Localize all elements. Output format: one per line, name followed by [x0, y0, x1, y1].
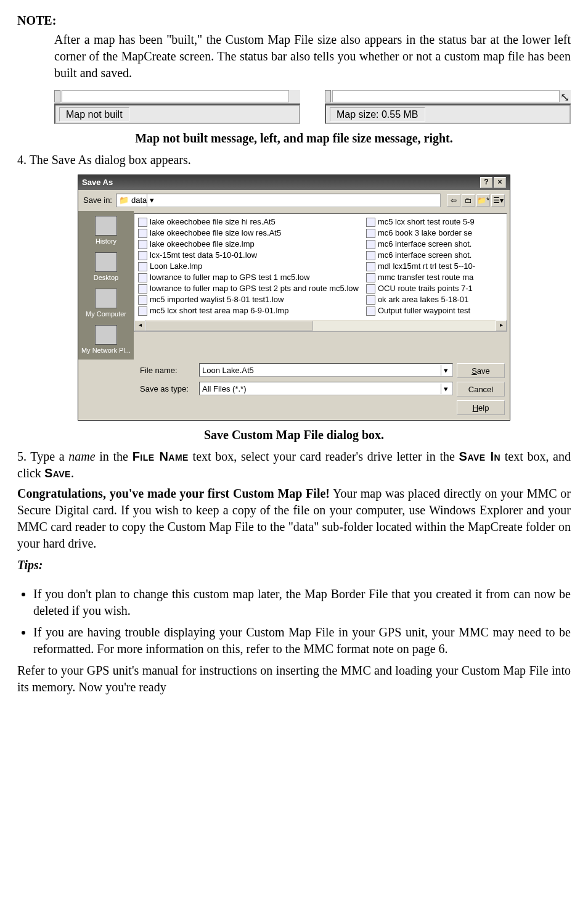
statusbar-top-left	[54, 90, 300, 104]
list-item[interactable]: OCU route trails points 7-1	[366, 283, 475, 294]
places-bar: History Desktop My Computer My Network P…	[78, 211, 134, 360]
list-item[interactable]: lcx-15mt test data 5-10-01.low	[138, 250, 359, 261]
file-icon	[138, 251, 147, 260]
save-in-label: Save in:	[83, 195, 112, 206]
horizontal-scrollbar[interactable]: ◂ ▸	[134, 320, 507, 331]
list-item[interactable]: ok ark area lakes 5-18-01	[366, 294, 475, 305]
list-item[interactable]: mmc transfer test route ma	[366, 272, 475, 283]
folder-icon: 📁	[119, 195, 129, 206]
file-icon	[366, 273, 375, 282]
statusbar-bottom-left: Map not built	[54, 104, 300, 124]
file-icon	[366, 306, 375, 316]
file-icon	[366, 229, 375, 238]
list-item[interactable]: Loon Lake.lmp	[138, 261, 359, 272]
file-col-1: lake okeechobee file size hi res.At5 lak…	[134, 214, 362, 319]
dialog-toolbar: ⇦ 🗀 📁* ☰▾	[447, 194, 505, 207]
file-icon	[138, 262, 147, 271]
save-as-dialog: Save As ? × Save in: 📁 data ▾ ⇦ 🗀 📁* ☰▾ …	[78, 175, 510, 421]
tips-heading: Tips:	[17, 557, 571, 574]
places-history[interactable]: History	[95, 216, 117, 246]
file-label: OCU route trails points 7-1	[378, 283, 473, 294]
file-icon	[138, 284, 147, 294]
list-item[interactable]: mdl lcx15mt rt trl test 5--10-	[366, 261, 475, 272]
list-item[interactable]: lowrance to fuller map to GPS test 1 mc5…	[138, 272, 359, 283]
caption-dialog: Save Custom Map File dialog box.	[17, 427, 571, 443]
dialog-body: History Desktop My Computer My Network P…	[78, 211, 510, 360]
list-item[interactable]: Output fuller waypoint test	[366, 305, 475, 316]
map-size-text: Map size: 0.55 MB	[330, 107, 425, 121]
file-label: mc6 interface screen shot.	[378, 250, 472, 261]
congrats-paragraph: Congratulations, you've made your first …	[17, 485, 571, 552]
file-type-value: All Files (*.*)	[202, 384, 247, 395]
statusbar-right: ⤡ Map size: 0.55 MB	[325, 90, 571, 124]
file-label: mc6 book 3 lake border se	[378, 228, 472, 239]
note-heading: NOTE:	[17, 12, 571, 29]
file-icon	[138, 295, 147, 305]
scroll-left-icon[interactable]: ◂	[134, 320, 145, 331]
file-label: lake okeechobee file size low res.At5	[150, 228, 281, 239]
chevron-down-icon[interactable]: ▾	[441, 365, 450, 376]
file-label: ok ark area lakes 5-18-01	[378, 294, 468, 305]
list-item[interactable]: lake okeechobee file size.lmp	[138, 239, 359, 250]
chevron-down-icon[interactable]: ▾	[441, 384, 450, 395]
step5-text: text box, select your card reader's driv…	[189, 450, 459, 463]
save-in-row: Save in: 📁 data ▾ ⇦ 🗀 📁* ☰▾	[78, 190, 510, 211]
tip-item: If you are having trouble displaying you…	[33, 624, 571, 657]
places-mycomputer[interactable]: My Computer	[86, 289, 126, 319]
file-icon	[138, 306, 147, 316]
file-icon	[366, 262, 375, 271]
file-label: mc5 imported waylist 5-8-01 test1.low	[150, 294, 284, 305]
file-name-input[interactable]: Loon Lake.At5 ▾	[199, 363, 453, 377]
save-in-combo[interactable]: 📁 data ▾	[116, 194, 441, 207]
help-titlebar-button[interactable]: ?	[480, 177, 492, 188]
file-icon	[138, 273, 147, 282]
back-icon[interactable]: ⇦	[447, 194, 460, 207]
list-item[interactable]: mc5 lcx short test route 5-9	[366, 216, 475, 228]
places-network[interactable]: My Network Pl...	[81, 325, 131, 355]
file-label: mc6 interface screen shot.	[378, 239, 472, 250]
statusbar-top-right: ⤡	[325, 90, 571, 104]
file-label: mc5 lcx short test area map 6-9-01.lmp	[150, 305, 288, 316]
history-icon	[95, 216, 117, 236]
views-icon[interactable]: ☰▾	[491, 194, 505, 207]
list-item[interactable]: mc5 lcx short test area map 6-9-01.lmp	[138, 305, 359, 316]
close-titlebar-button[interactable]: ×	[494, 177, 506, 188]
new-folder-icon[interactable]: 📁*	[476, 194, 490, 207]
list-item[interactable]: mc6 book 3 lake border se	[366, 228, 475, 239]
list-item[interactable]: mc6 interface screen shot.	[366, 239, 475, 250]
cancel-button[interactable]: Cancel	[457, 382, 505, 397]
tips-list: If you don't plan to change this custom …	[33, 586, 571, 657]
file-type-input[interactable]: All Files (*.*) ▾	[199, 382, 453, 395]
places-desktop[interactable]: Desktop	[94, 252, 118, 282]
step5-text: in the	[96, 450, 133, 463]
list-item[interactable]: lake okeechobee file size hi res.At5	[138, 216, 359, 228]
statusbar-left: Map not built	[54, 90, 300, 124]
resize-grip-icon: ⤡	[560, 90, 570, 105]
save-in-smallcaps: Save In	[459, 450, 501, 463]
file-label: lake okeechobee file size.lmp	[150, 239, 255, 250]
list-item[interactable]: lake okeechobee file size low res.At5	[138, 228, 359, 239]
note-body: After a map has been "built," the Custom…	[54, 31, 571, 81]
help-button[interactable]: Help	[457, 400, 505, 415]
dialog-titlebar: Save As ? ×	[78, 175, 510, 190]
tip-item: If you don't plan to change this custom …	[33, 586, 571, 619]
places-label: My Computer	[86, 310, 126, 319]
chevron-down-icon[interactable]: ▾	[147, 194, 156, 207]
up-folder-icon[interactable]: 🗀	[462, 194, 475, 207]
scroll-track[interactable]	[145, 321, 496, 331]
file-label: Output fuller waypoint test	[378, 305, 470, 316]
scroll-thumb[interactable]	[145, 321, 313, 331]
desktop-icon	[95, 252, 117, 272]
file-icon	[138, 240, 147, 249]
list-item[interactable]: mc5 imported waylist 5-8-01 test1.low	[138, 294, 359, 305]
file-type-label: Save as type:	[140, 384, 194, 395]
file-label: mmc transfer test route ma	[378, 272, 473, 283]
list-item[interactable]: mc6 interface screen shot.	[366, 250, 475, 261]
file-label: mdl lcx15mt rt trl test 5--10-	[378, 261, 475, 272]
statusbar-bottom-right: Map size: 0.55 MB	[325, 104, 571, 124]
save-button[interactable]: Save	[457, 363, 505, 378]
file-icon	[366, 240, 375, 249]
file-list[interactable]: lake okeechobee file size hi res.At5 lak…	[134, 213, 507, 332]
scroll-right-icon[interactable]: ▸	[496, 320, 507, 331]
list-item[interactable]: lowrance to fuller map to GPS test 2 pts…	[138, 283, 359, 294]
